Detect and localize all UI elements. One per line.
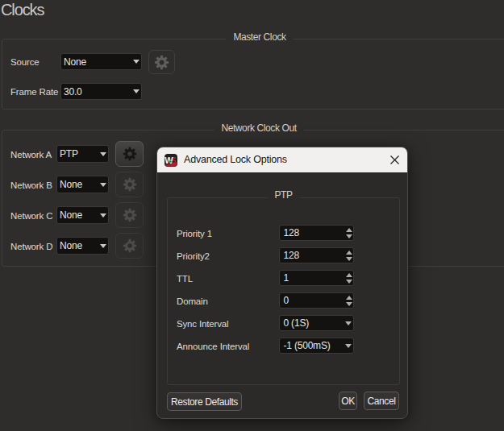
svg-text:W: W bbox=[165, 155, 173, 165]
